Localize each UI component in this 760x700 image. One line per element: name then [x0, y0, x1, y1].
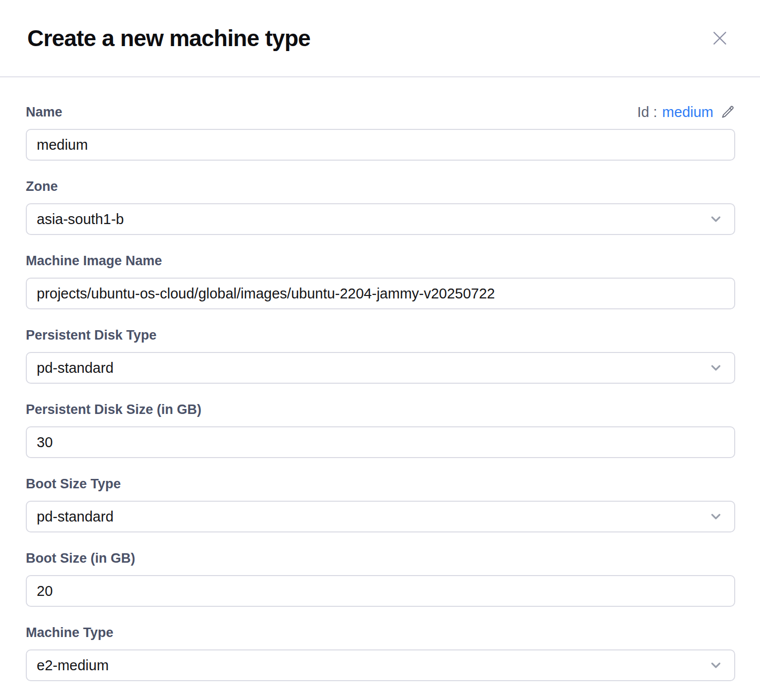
chevron-down-icon — [708, 212, 723, 227]
boot-size-input[interactable] — [26, 575, 735, 607]
field-zone: Zone asia-south1-b — [26, 178, 735, 235]
machine-type-field-label: Machine Type — [26, 625, 735, 641]
field-machine-image-name: Machine Image Name — [26, 253, 735, 309]
persistent-disk-type-select[interactable]: pd-standard — [26, 352, 735, 384]
modal-header: Create a new machine type — [0, 0, 760, 77]
id-value: medium — [662, 104, 713, 120]
create-machine-type-modal: Create a new machine type Name Id : medi… — [0, 0, 760, 700]
boot-size-type-field-label: Boot Size Type — [26, 476, 735, 492]
zone-select-value: asia-south1-b — [37, 211, 124, 228]
close-button[interactable] — [708, 27, 731, 50]
boot-size-type-select[interactable]: pd-standard — [26, 501, 735, 532]
close-icon — [710, 28, 730, 48]
persistent-disk-type-select-value: pd-standard — [37, 360, 114, 376]
zone-select[interactable]: asia-south1-b — [26, 203, 735, 235]
machine-image-name-field-label: Machine Image Name — [26, 253, 735, 269]
name-input[interactable] — [26, 129, 735, 161]
boot-size-field-label: Boot Size (in GB) — [26, 550, 735, 566]
chevron-down-icon — [708, 658, 723, 673]
field-persistent-disk-type: Persistent Disk Type pd-standard — [26, 327, 735, 384]
persistent-disk-size-input[interactable] — [26, 426, 735, 458]
pencil-icon — [720, 105, 735, 119]
persistent-disk-type-field-label: Persistent Disk Type — [26, 327, 735, 343]
chevron-down-icon — [708, 509, 723, 524]
modal-body: Name Id : medium — [0, 77, 760, 681]
boot-size-type-select-value: pd-standard — [37, 509, 114, 525]
id-row: Id : medium — [637, 104, 735, 120]
edit-id-button[interactable] — [720, 105, 735, 119]
name-label-row: Name Id : medium — [26, 104, 735, 120]
chevron-down-icon — [708, 360, 723, 375]
field-machine-type: Machine Type e2-medium — [26, 625, 735, 681]
name-field-label: Name — [26, 104, 63, 120]
field-name: Name Id : medium — [26, 104, 735, 161]
id-label: Id : — [637, 104, 657, 120]
field-boot-size: Boot Size (in GB) — [26, 550, 735, 607]
machine-type-select-value: e2-medium — [37, 657, 109, 674]
zone-field-label: Zone — [26, 178, 735, 194]
machine-type-select[interactable]: e2-medium — [26, 649, 735, 681]
field-boot-size-type: Boot Size Type pd-standard — [26, 476, 735, 532]
field-persistent-disk-size: Persistent Disk Size (in GB) — [26, 402, 735, 458]
page-title: Create a new machine type — [27, 25, 733, 52]
persistent-disk-size-field-label: Persistent Disk Size (in GB) — [26, 402, 735, 417]
machine-image-name-input[interactable] — [26, 278, 735, 309]
